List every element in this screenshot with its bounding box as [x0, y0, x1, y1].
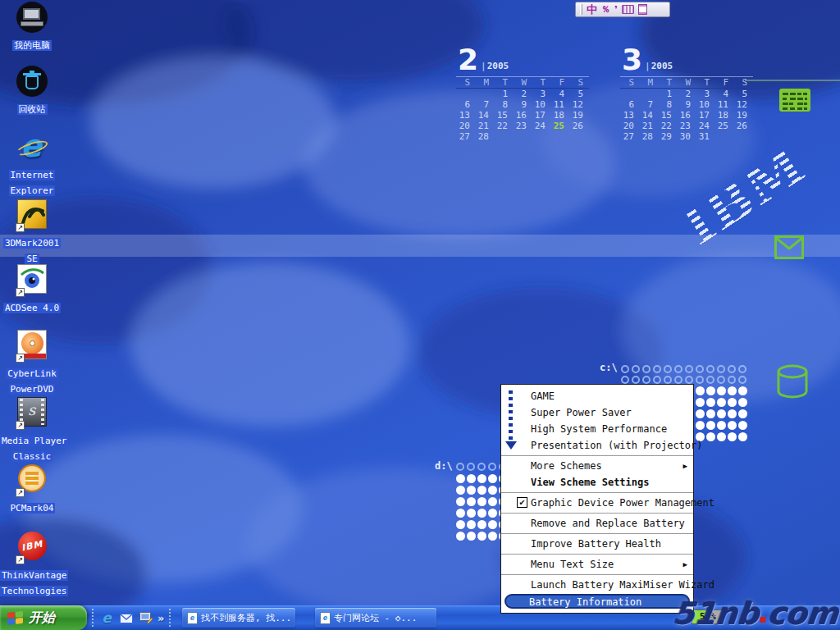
outlook-express-icon[interactable] [118, 609, 135, 626]
fullwidth-toggle-icon[interactable]: ％ [601, 3, 610, 16]
free-space-dot [717, 376, 725, 384]
label-text: PowerDVD [9, 384, 56, 395]
used-space-dot [456, 497, 465, 506]
day-header: T [696, 77, 714, 88]
desktop-icon-label: ACDSee 4.0 [0, 299, 64, 314]
desktop-icon-label: 我的电脑 [0, 36, 64, 52]
calendar-day: 21 [639, 121, 658, 131]
calendar-day: 10 [696, 99, 714, 110]
calendar-day: 13 [620, 110, 639, 121]
calendar-day: 27 [456, 131, 475, 142]
desktop-icon-3dmark2001-se[interactable]: ↗3DMark2001SE [0, 199, 64, 265]
calendar-day: 14 [639, 110, 658, 121]
calendar-day: 13 [456, 110, 475, 121]
wallpaper-thin-line [745, 80, 840, 81]
used-space-dot [706, 398, 715, 407]
task-button[interactable]: e专门网论坛 - ◇... [315, 608, 436, 628]
taskband-handle[interactable] [168, 609, 171, 627]
desktop-icon-media-player-classic[interactable]: s↗Media PlayerClassic [0, 397, 64, 463]
desktop-icon-cyberlink-powerdvd[interactable]: ↗CyberLinkPowerDVD [0, 330, 64, 395]
submenu-arrow-icon: ▶ [683, 556, 687, 573]
calendar-day: 28 [475, 131, 494, 142]
menu-item-presentation-with-projector[interactable]: Presentation (with Projector) [501, 437, 693, 454]
menu-item-battery-information[interactable]: Battery Information [504, 594, 690, 609]
menu-item-launch-battery-maximiser-wizard[interactable]: Launch Battery MaxiMiser Wizard [501, 577, 693, 593]
start-button[interactable]: 开始 [0, 605, 87, 630]
used-space-dot [728, 421, 737, 430]
calendar-day: 16 [677, 110, 696, 121]
used-space-dot [488, 474, 497, 483]
used-space-dot [738, 386, 747, 395]
desktop-icon-pcmark04[interactable]: ↗PCMark04 [0, 464, 64, 514]
calendar-day: 27 [620, 131, 639, 142]
51nb-watermark: 51nbcom [672, 596, 840, 630]
used-space-dot [728, 409, 737, 418]
used-space-dot [467, 520, 476, 529]
desktop-icon-label-line: 回收站 [0, 100, 64, 116]
menu-item-game[interactable]: GAME [501, 388, 693, 404]
envelope-icon [774, 235, 804, 259]
calendar-day: 12 [569, 99, 588, 110]
calendar-day: 6 [456, 99, 475, 110]
calendar-day: 5 [733, 89, 752, 99]
used-space-dot [456, 486, 465, 495]
quick-launch-handle[interactable] [91, 609, 94, 627]
langbar-menu-icon[interactable] [638, 4, 647, 15]
used-space-dot [738, 409, 747, 418]
watermark-dot-icon [760, 617, 766, 623]
used-space-dot [467, 474, 476, 483]
menu-item-graphic-device-power-management[interactable]: ✔Graphic Device Power Management [501, 495, 693, 511]
calendar-week-row: 12345 [456, 89, 589, 99]
used-space-dot [456, 509, 465, 518]
langbar-grip[interactable] [580, 4, 582, 15]
calendar-day: 9 [513, 99, 532, 110]
desktop-icon-label-line: Classic [0, 447, 64, 463]
calendar-title: 22005 [456, 43, 589, 74]
desktop-icon-recycle-bin[interactable]: 回收站 [0, 66, 64, 116]
calendar-day: 15 [494, 110, 513, 121]
menu-item-remove-and-replace-battery[interactable]: Remove and Replace Battery [501, 515, 693, 532]
calendar-year: 2005 [645, 61, 673, 71]
desktop-icon-my-computer[interactable]: 我的电脑 [0, 2, 64, 52]
desktop-icon-thinkvantage-technologies[interactable]: IBM↗ThinkVantageTechnologies [0, 532, 64, 597]
used-space-dot [717, 409, 726, 418]
show-desktop-icon[interactable] [138, 609, 154, 626]
label-text: ThinkVantage [0, 570, 68, 581]
menu-group: GAMESuper Power SaverHigh System Perform… [501, 386, 693, 455]
used-space-dot [728, 432, 737, 441]
used-space-dot [477, 474, 486, 483]
free-space-dot [696, 376, 704, 384]
language-bar[interactable]: 中 ％ ❜ [575, 2, 670, 17]
used-space-dot [706, 409, 715, 418]
desktop-icon-label: CyberLinkPowerDVD [0, 364, 64, 395]
menu-item-super-power-saver[interactable]: Super Power Saver [501, 404, 693, 421]
menu-item-more-schemes[interactable]: More Schemes▶ [501, 458, 693, 474]
free-space-dot [632, 365, 640, 373]
calendar-week-row: 20212223242526 [620, 121, 753, 131]
menu-item-improve-battery-health[interactable]: Improve Battery Health [501, 536, 693, 552]
cyberlink-powerdvd-icon: ↗ [16, 330, 48, 363]
calendar-day: 22 [658, 121, 677, 131]
keyboard-icon[interactable] [622, 5, 634, 14]
desktop-icon-acdsee-40[interactable]: ↗ACDSee 4.0 [0, 264, 64, 314]
desktop-icon-label: InternetExplorer [0, 166, 64, 197]
free-space-dot [664, 365, 672, 373]
menu-item-menu-text-size[interactable]: Menu Text Size▶ [501, 556, 693, 573]
ime-mode-icon[interactable]: 中 [587, 4, 597, 15]
task-button[interactable]: e找不到服务器, 找... [182, 608, 295, 628]
quick-launch-chevron[interactable]: » [158, 612, 164, 624]
ie-quicklaunch-icon[interactable]: e [98, 609, 115, 626]
free-space-dot [632, 376, 640, 384]
desktop-icon-internet-explorer[interactable]: eInternetExplorer [0, 131, 64, 197]
punctuation-toggle-icon[interactable]: ❜ [614, 4, 618, 15]
disk-label: c:\ [600, 362, 618, 373]
calendar-day: 8 [494, 99, 513, 110]
calendar-day: 21 [475, 121, 494, 131]
free-space-dot [488, 463, 496, 471]
menu-item-high-system-performance[interactable]: High System Performance [501, 421, 693, 437]
menu-item-view-scheme-settings[interactable]: View Scheme Settings [501, 474, 693, 491]
desktop-icon-label-line: Explorer [0, 181, 64, 197]
calendar-day: 1 [494, 89, 513, 99]
ie-page-icon: e [187, 612, 198, 624]
calendar-week-row: 20212223242526 [456, 121, 589, 131]
